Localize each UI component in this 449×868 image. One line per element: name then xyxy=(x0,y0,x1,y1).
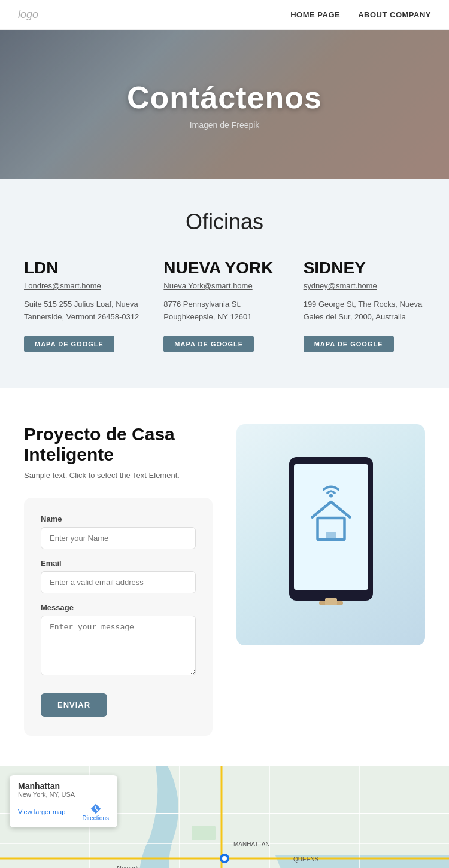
office-card-sidney: SIDNEY sydney@smart.home 199 George St, … xyxy=(304,258,425,352)
logo: logo xyxy=(18,8,38,21)
office-name-ldn: LDN xyxy=(24,258,145,278)
svg-text:QUEENS: QUEENS xyxy=(293,856,319,863)
office-email-ldn[interactable]: Londres@smart.home xyxy=(24,281,145,290)
contact-image xyxy=(236,424,425,645)
svg-rect-1 xyxy=(294,464,368,590)
offices-grid: LDN Londres@smart.home Suite 515 255 Jul… xyxy=(24,258,425,352)
office-name-ny: NUEVA YORK xyxy=(163,258,285,278)
map-section: New York Newark MANHATTAN QUEENS BROOKLY… xyxy=(0,766,449,868)
contact-subtitle: Sample text. Click to select the Text El… xyxy=(24,471,213,480)
map-card-actions: View larger map Directions xyxy=(18,803,109,821)
map-directions-btn[interactable]: Directions xyxy=(83,803,109,821)
tablet-illustration xyxy=(271,451,391,619)
nav-about[interactable]: ABOUT COMPANY xyxy=(358,10,431,19)
offices-title: Oficinas xyxy=(24,209,425,234)
offices-section: Oficinas LDN Londres@smart.home Suite 51… xyxy=(0,179,449,388)
contact-left: Proyecto de Casa Inteligente Sample text… xyxy=(24,424,213,736)
office-address-sidney: 199 George St, The Rocks, Nueva Gales de… xyxy=(304,299,425,324)
contact-section: Proyecto de Casa Inteligente Sample text… xyxy=(0,388,449,766)
map-button-ny[interactable]: MAPA DE GOOGLE xyxy=(163,336,254,352)
map-location-sub: New York, NY, USA xyxy=(18,791,109,798)
svg-point-4 xyxy=(329,494,333,497)
message-group: Message xyxy=(41,603,196,678)
map-view-larger[interactable]: View larger map xyxy=(18,808,65,815)
svg-point-26 xyxy=(222,856,227,861)
name-group: Name xyxy=(41,514,196,549)
submit-button[interactable]: ENVIAR xyxy=(41,693,107,717)
message-textarea[interactable] xyxy=(41,616,196,675)
hero-subtitle: Imagen de Freepik xyxy=(127,120,322,130)
office-card-ny: NUEVA YORK Nueva York@smart.home 8776 Pe… xyxy=(163,258,285,352)
directions-label: Directions xyxy=(83,815,109,821)
map-button-sidney[interactable]: MAPA DE GOOGLE xyxy=(304,336,394,352)
office-address-ldn: Suite 515 255 Julius Loaf, Nueva Tanners… xyxy=(24,299,145,324)
map-info-card: Manhattan New York, NY, USA View larger … xyxy=(10,775,117,827)
hero-content: Contáctenos Imagen de Freepik xyxy=(127,80,322,130)
office-email-sidney[interactable]: sydney@smart.home xyxy=(304,281,425,290)
office-card-ldn: LDN Londres@smart.home Suite 515 255 Jul… xyxy=(24,258,145,352)
map-button-ldn[interactable]: MAPA DE GOOGLE xyxy=(24,336,114,352)
contact-right xyxy=(236,424,425,645)
office-address-ny: 8776 Pennsylvania St. Poughkeepsie, NY 1… xyxy=(163,299,285,324)
name-input[interactable] xyxy=(41,527,196,549)
svg-rect-6 xyxy=(325,598,337,605)
svg-text:MANHATTAN: MANHATTAN xyxy=(233,841,270,848)
svg-rect-3 xyxy=(326,532,336,540)
message-label: Message xyxy=(41,603,196,612)
hero-section: Contáctenos Imagen de Freepik xyxy=(0,30,449,179)
navbar: logo HOME PAGE ABOUT COMPANY xyxy=(0,0,449,30)
hero-title: Contáctenos xyxy=(127,80,322,115)
contact-title: Proyecto de Casa Inteligente xyxy=(24,424,213,465)
svg-text:Newark: Newark xyxy=(117,864,139,868)
directions-icon xyxy=(90,803,102,815)
email-input[interactable] xyxy=(41,571,196,593)
office-email-ny[interactable]: Nueva York@smart.home xyxy=(163,281,285,290)
name-label: Name xyxy=(41,514,196,523)
map-location-title: Manhattan xyxy=(18,781,109,791)
contact-form-card: Name Email Message ENVIAR xyxy=(24,498,213,736)
nav-home[interactable]: HOME PAGE xyxy=(290,10,340,19)
nav-links: HOME PAGE ABOUT COMPANY xyxy=(290,10,431,19)
email-group: Email xyxy=(41,559,196,593)
svg-rect-23 xyxy=(192,826,216,840)
email-label: Email xyxy=(41,559,196,568)
office-name-sidney: SIDNEY xyxy=(304,258,425,278)
